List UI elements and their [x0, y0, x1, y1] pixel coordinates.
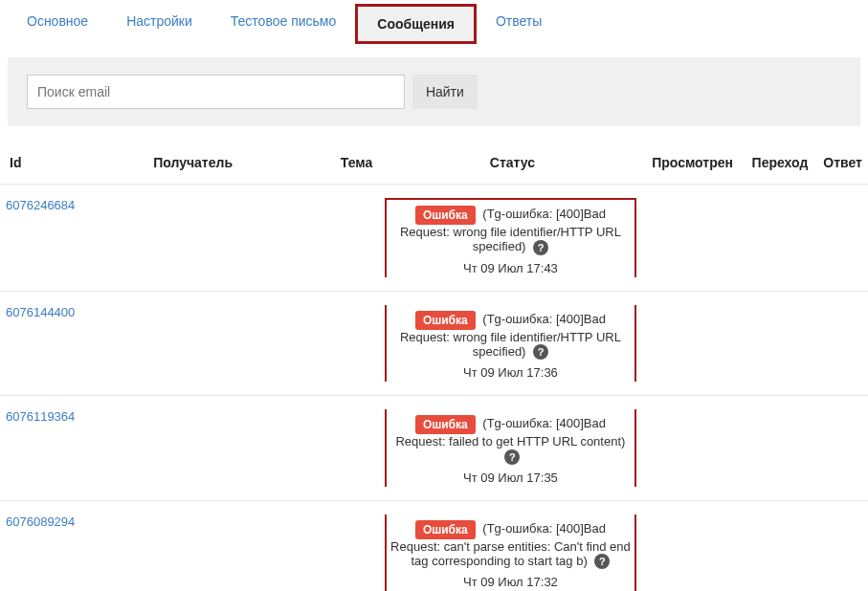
col-header-click: Переход [743, 147, 814, 185]
tab-replies[interactable]: Ответы [477, 4, 561, 44]
status-timestamp: Чт 09 Июл 17:32 [390, 575, 631, 589]
table-row: 6076119364 Ошибка (Tg-ошибка: [400]Bad R… [0, 396, 868, 501]
info-icon[interactable]: ? [504, 449, 520, 465]
tabs: Основное Настройки Тестовое письмо Сообщ… [8, 4, 860, 44]
tab-test-letter[interactable]: Тестовое письмо [211, 4, 355, 44]
status-badge: Ошибка [415, 415, 476, 434]
info-icon[interactable]: ? [533, 240, 548, 255]
search-input[interactable] [27, 75, 405, 109]
messages-table: Id Получатель Тема Статус Просмотрен Пер… [0, 147, 868, 591]
row-id-link[interactable]: 6076246684 [6, 198, 75, 212]
status-timestamp: Чт 09 Июл 17:36 [390, 365, 631, 380]
search-bar: Найти [8, 57, 860, 126]
highlight-messages-tab: Сообщения [355, 4, 477, 44]
info-icon[interactable]: ? [533, 344, 548, 360]
status-badge: Ошибка [415, 520, 476, 539]
info-icon[interactable]: ? [594, 554, 610, 569]
col-header-id: Id [0, 147, 144, 185]
table-header-row: Id Получатель Тема Статус Просмотрен Пер… [0, 147, 868, 185]
status-badge: Ошибка [415, 206, 476, 225]
table-row: 6076246684 Ошибка (Tg-ошибка: [400]Bad R… [0, 185, 868, 292]
table-row: 6076144400 Ошибка (Tg-ошибка: [400]Bad R… [0, 291, 868, 396]
col-header-reply: Ответ [813, 147, 868, 185]
col-header-recipient: Получатель [144, 147, 331, 185]
tab-settings[interactable]: Настройки [107, 4, 211, 44]
tab-main[interactable]: Основное [8, 4, 107, 44]
row-id-link[interactable]: 6076144400 [6, 305, 75, 319]
col-header-subject: Тема [331, 147, 379, 185]
tab-messages[interactable]: Сообщения [358, 7, 474, 41]
status-badge: Ошибка [415, 311, 476, 330]
row-id-link[interactable]: 6076089294 [6, 514, 75, 529]
col-header-viewed: Просмотрен [642, 147, 742, 185]
status-timestamp: Чт 09 Июл 17:35 [390, 471, 631, 485]
col-header-status: Статус [379, 147, 642, 185]
table-row: 6076089294 Ошибка (Tg-ошибка: [400]Bad R… [0, 500, 868, 591]
search-button[interactable]: Найти [412, 75, 478, 109]
row-id-link[interactable]: 6076119364 [6, 409, 75, 424]
status-timestamp: Чт 09 Июл 17:43 [390, 261, 631, 275]
